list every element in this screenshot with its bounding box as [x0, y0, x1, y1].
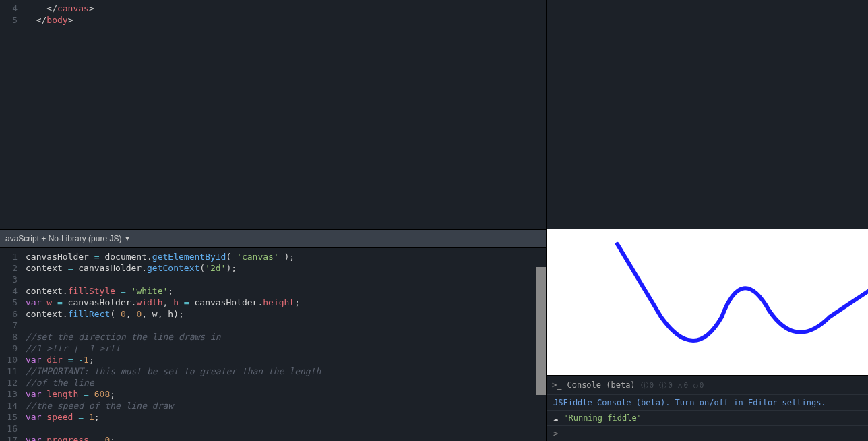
- js-code[interactable]: canvasHolder = document.getElementById( …: [26, 251, 546, 441]
- result-canvas: [547, 229, 868, 375]
- console-stat: △0: [678, 381, 688, 390]
- js-lang-label: avaScript + No-Library (pure JS): [5, 234, 121, 243]
- left-column: 45 </canvas> </body> avaScript + No-Libr…: [0, 0, 546, 441]
- html-code[interactable]: </canvas> </body>: [26, 3, 546, 26]
- js-scrollbar-thumb[interactable]: [536, 267, 546, 395]
- console-message: "Running fiddle": [563, 413, 642, 423]
- console-message-row: ☁ "Running fiddle": [547, 410, 868, 425]
- js-scrollbar[interactable]: [536, 267, 546, 441]
- html-code-area[interactable]: 45 </canvas> </body>: [0, 0, 546, 26]
- console-panel: >_ Console (beta) ⓘ0ⓘ0△0○0 JSFiddle Cons…: [547, 375, 868, 441]
- console-header[interactable]: >_ Console (beta) ⓘ0ⓘ0△0○0: [547, 376, 868, 394]
- chevron-down-icon: ▼: [124, 235, 130, 242]
- console-prompt[interactable]: >: [547, 425, 868, 441]
- js-code-area[interactable]: 1234567891011121314151617 canvasHolder =…: [0, 248, 546, 441]
- result-top-dark: [547, 0, 868, 229]
- js-editor-pane[interactable]: 1234567891011121314151617 canvasHolder =…: [0, 248, 546, 441]
- html-editor-pane[interactable]: 45 </canvas> </body>: [0, 0, 546, 229]
- js-gutter: 1234567891011121314151617: [0, 251, 26, 441]
- console-stats: ⓘ0ⓘ0△0○0: [641, 380, 704, 390]
- chevron-right-icon: >: [553, 429, 558, 438]
- app-layout: 45 </canvas> </body> avaScript + No-Libr…: [0, 0, 868, 441]
- html-gutter: 45: [0, 3, 26, 26]
- console-info: JSFiddle Console (beta). Turn on/off in …: [547, 394, 868, 410]
- console-stat: ⓘ0: [659, 380, 673, 390]
- console-stat: ⓘ0: [641, 380, 654, 390]
- right-column: >_ Console (beta) ⓘ0ⓘ0△0○0 JSFiddle Cons…: [546, 0, 868, 441]
- console-title: Console (beta): [567, 380, 635, 390]
- js-pane-header[interactable]: avaScript + No-Library (pure JS) ▼: [0, 229, 546, 248]
- terminal-icon: >_: [552, 380, 561, 390]
- wave-path: [547, 229, 868, 375]
- cloud-icon: ☁: [553, 413, 558, 423]
- console-stat: ○0: [693, 381, 704, 390]
